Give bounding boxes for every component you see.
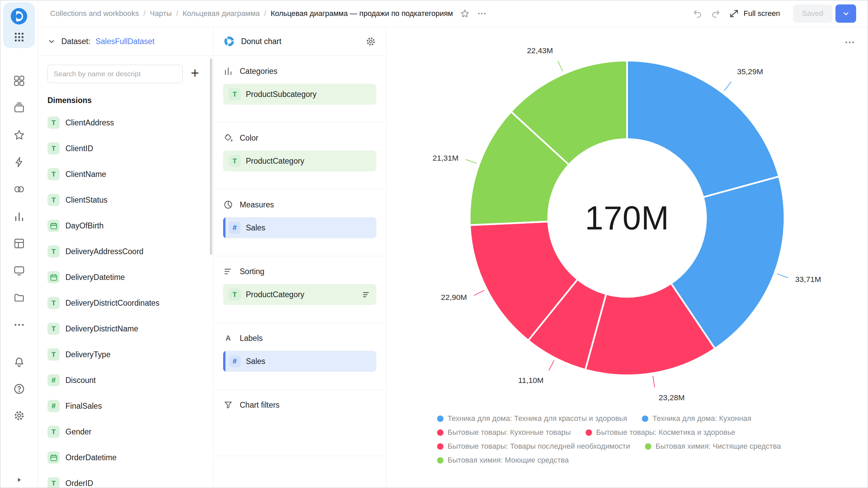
more-actions-icon[interactable]	[477, 8, 487, 19]
dataset-name-link[interactable]: SalesFullDataset	[96, 37, 155, 46]
undo-icon[interactable]	[692, 8, 703, 19]
dataset-field-row[interactable]: TClientAddress	[47, 110, 204, 136]
sort-direction-icon[interactable]	[362, 290, 371, 299]
app-sidebar	[0, 0, 38, 488]
apps-grid-icon[interactable]	[13, 31, 25, 43]
section-measures: Measures#Sales	[214, 189, 386, 256]
chip-field-name: ProductSubcategory	[246, 90, 316, 99]
redo-icon[interactable]	[711, 8, 721, 19]
field-name: ClientName	[65, 170, 106, 179]
field-chip[interactable]: TProductCategory	[223, 150, 376, 171]
dataset-field-row[interactable]: TClientName	[47, 161, 204, 187]
charts-icon[interactable]	[13, 210, 25, 223]
date-field-icon	[47, 271, 60, 283]
breadcrumb-item[interactable]: Чарты	[150, 9, 172, 18]
dimensions-list: TClientAddressTClientIDTClientNameTClien…	[47, 110, 204, 488]
dashboard-icon[interactable]	[13, 75, 25, 87]
section-label: Sorting	[240, 267, 264, 276]
help-icon[interactable]	[13, 383, 25, 395]
fullscreen-control[interactable]: Full screen	[729, 8, 780, 19]
legend-item[interactable]: Техника для дома: Кухонная	[642, 414, 751, 423]
number-field-icon: #	[229, 222, 241, 234]
favorites-star-icon[interactable]	[13, 129, 25, 141]
chip-field-name: Sales	[246, 223, 265, 232]
field-name: OrderDatetime	[65, 453, 117, 462]
quick-actions-lightning-icon[interactable]	[13, 156, 25, 168]
favorite-star-icon[interactable]	[460, 8, 470, 19]
dashboards-monitor-icon[interactable]	[13, 264, 25, 277]
dataset-field-row[interactable]: #FinalSales	[47, 393, 204, 419]
chart-legend: Техника для дома: Техника для красоты и …	[437, 414, 817, 465]
search-input[interactable]	[47, 65, 183, 83]
field-chip[interactable]: #Sales	[223, 351, 376, 372]
more-ellipsis-icon[interactable]	[13, 319, 25, 331]
storage-folder-icon[interactable]	[13, 291, 25, 304]
breadcrumb-item: Кольцевая диаграмма — продажи по подкате…	[271, 9, 453, 18]
fullscreen-icon	[729, 8, 739, 19]
dataset-field-row[interactable]: TDeliveryType	[47, 342, 204, 367]
breadcrumb-item[interactable]: Кольцевая диаграмма	[183, 9, 260, 18]
datasets-table-icon[interactable]	[13, 237, 25, 250]
string-field-icon: T	[47, 323, 60, 335]
section-header: Categories	[223, 66, 376, 76]
field-chip[interactable]: TProductCategory	[223, 284, 376, 305]
dataset-label: Dataset:	[61, 37, 91, 46]
field-chip[interactable]: #Sales	[223, 217, 376, 238]
legend-label: Техника для дома: Техника для красоты и …	[448, 414, 627, 423]
fullscreen-label: Full screen	[744, 9, 780, 18]
dataset-field-row[interactable]: TDeliveryDistrictCoordinates	[47, 290, 204, 316]
donut-center-total: 170M	[585, 199, 669, 237]
dataset-scrollbar[interactable]	[210, 58, 212, 255]
legend-item[interactable]: Бытовая химия: Моющие средства	[437, 456, 569, 465]
expand-panel-icon[interactable]	[15, 475, 23, 484]
section-categories: CategoriesTProductSubcategory	[214, 56, 386, 123]
donut-segment[interactable]	[627, 61, 779, 197]
chart-settings-gear-icon[interactable]	[365, 36, 376, 47]
paint-bucket-icon	[223, 133, 233, 143]
dataset-field-row[interactable]: TOrderID	[47, 470, 204, 488]
donut-chart-type-icon	[223, 35, 235, 47]
field-name: DeliveryDistrictName	[65, 324, 138, 333]
number-field-icon: #	[47, 374, 60, 386]
section-header: ALabels	[223, 333, 376, 343]
collections-icon[interactable]	[13, 102, 25, 114]
dataset-field-row[interactable]: #Discount	[47, 367, 204, 393]
legend-label: Бытовые товары: Кухонные товары	[448, 428, 571, 437]
chart-config-panel: Donut chart CategoriesTProductSubcategor…	[214, 27, 386, 488]
dataset-field-row[interactable]: TGender	[47, 419, 204, 445]
dataset-collapse-chevron-icon[interactable]	[47, 37, 56, 46]
calendar-glyph	[50, 453, 58, 462]
dimensions-heading: Dimensions	[47, 96, 204, 105]
save-button[interactable]: Saved	[793, 4, 832, 23]
field-chip[interactable]: TProductSubcategory	[223, 84, 376, 105]
string-field-icon: T	[47, 477, 60, 488]
dataset-field-row[interactable]: DayOfBirth	[47, 213, 204, 239]
notifications-bell-icon[interactable]	[13, 356, 25, 368]
save-dropdown-button[interactable]	[835, 4, 856, 23]
dataset-field-row[interactable]: TClientID	[47, 136, 204, 161]
chart-menu-ellipsis-icon[interactable]	[844, 37, 855, 48]
label-leader-line	[777, 274, 788, 278]
field-name: FinalSales	[65, 402, 102, 411]
settings-gear-icon[interactable]	[13, 409, 25, 422]
segment-value-label: 22,90M	[441, 293, 467, 302]
legend-item[interactable]: Бытовые товары: Косметика и здоровье	[586, 428, 735, 437]
add-field-button[interactable]: +	[186, 65, 204, 83]
string-field-icon: T	[47, 168, 60, 180]
sorting-icon	[223, 266, 233, 277]
breadcrumb-separator: /	[264, 9, 266, 18]
legend-item[interactable]: Бытовая химия: Чистящие средства	[645, 442, 781, 451]
breadcrumb-item[interactable]: Collections and workbooks	[50, 9, 139, 18]
dataset-field-row[interactable]: TDeliveryDistrictName	[47, 316, 204, 342]
relations-rings-icon[interactable]	[13, 183, 25, 196]
section-chips: #Sales	[223, 217, 376, 238]
dataset-field-row[interactable]: TDeliveryAddressCoord	[47, 239, 204, 264]
dataset-field-row[interactable]: OrderDatetime	[47, 445, 204, 470]
dataset-field-row[interactable]: TClientStatus	[47, 187, 204, 213]
legend-item[interactable]: Техника для дома: Техника для красоты и …	[437, 414, 627, 423]
label-leader-line	[653, 376, 654, 387]
legend-item[interactable]: Бытовые товары: Кухонные товары	[437, 428, 571, 437]
legend-item[interactable]: Бытовые товары: Товары последней необход…	[437, 442, 630, 451]
dataset-field-row[interactable]: DeliveryDatetime	[47, 264, 204, 290]
datalens-logo-icon[interactable]	[9, 6, 29, 26]
